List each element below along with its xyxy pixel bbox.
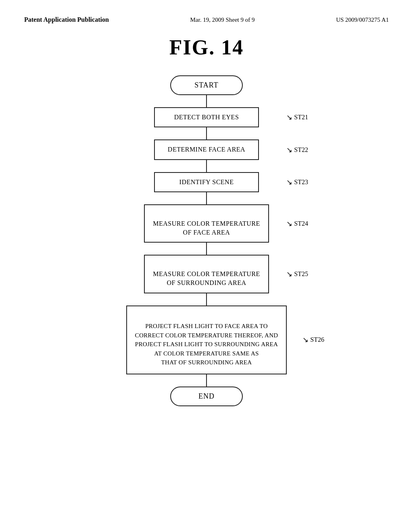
connector-3: [206, 160, 207, 172]
hook-arrow-st25: ↙: [286, 270, 292, 278]
step-st22-box: DETERMINE FACE AREA: [154, 139, 259, 160]
step-st25-box: MEASURE COLOR TEMPERATURE OF SURROUNDING…: [144, 255, 269, 293]
hook-arrow-st24: ↙: [286, 219, 292, 228]
header-left: Patent Application Publication: [24, 16, 109, 23]
connector-6: [206, 293, 207, 305]
step-st26-label: ↙ ST26: [302, 335, 324, 344]
step-st21-box: DETECT BOTH EYES: [154, 107, 259, 127]
step-st23-label: ↙ ST23: [286, 178, 308, 187]
step-st23-box: IDENTIFY SCENE: [154, 172, 259, 192]
connector-4: [206, 192, 207, 204]
step-st24-label: ↙ ST24: [286, 219, 308, 228]
header: Patent Application Publication Mar. 19, …: [24, 16, 389, 23]
hook-arrow-st23: ↙: [286, 178, 292, 187]
connector-2: [206, 127, 207, 139]
step-st25-row: MEASURE COLOR TEMPERATURE OF SURROUNDING…: [24, 255, 389, 293]
connector-1: [206, 95, 207, 107]
connector-7: [206, 374, 207, 387]
hook-arrow-st26: ↙: [302, 335, 309, 344]
flowchart: START DETECT BOTH EYES ↙ ST21 DETERMINE …: [24, 75, 389, 406]
header-right: US 2009/0073275 A1: [336, 17, 389, 23]
step-st22-label: ↙ ST22: [286, 145, 308, 154]
step-st21-row: DETECT BOTH EYES ↙ ST21: [24, 107, 389, 127]
step-st22-row: DETERMINE FACE AREA ↙ ST22: [24, 139, 389, 160]
start-row: START: [24, 75, 389, 95]
hook-arrow-st21: ↙: [286, 113, 292, 122]
end-row: END: [24, 387, 389, 406]
hook-arrow-st22: ↙: [286, 145, 292, 154]
step-st25-label: ↙ ST25: [286, 270, 308, 278]
step-st26-row: PROJECT FLASH LIGHT TO FACE AREA TO CORR…: [24, 305, 389, 374]
step-st24-box: MEASURE COLOR TEMPERATURE OF FACE AREA: [144, 204, 269, 243]
step-st23-row: IDENTIFY SCENE ↙ ST23: [24, 172, 389, 192]
step-st21-label: ↙ ST21: [286, 113, 308, 122]
start-shape: START: [170, 75, 243, 95]
page: Patent Application Publication Mar. 19, …: [0, 0, 413, 532]
figure-title: FIG. 14: [24, 35, 389, 59]
step-st24-row: MEASURE COLOR TEMPERATURE OF FACE AREA ↙…: [24, 204, 389, 243]
step-st26-box: PROJECT FLASH LIGHT TO FACE AREA TO CORR…: [126, 305, 287, 374]
connector-5: [206, 243, 207, 255]
header-center: Mar. 19, 2009 Sheet 9 of 9: [190, 17, 254, 23]
end-shape: END: [170, 387, 243, 406]
